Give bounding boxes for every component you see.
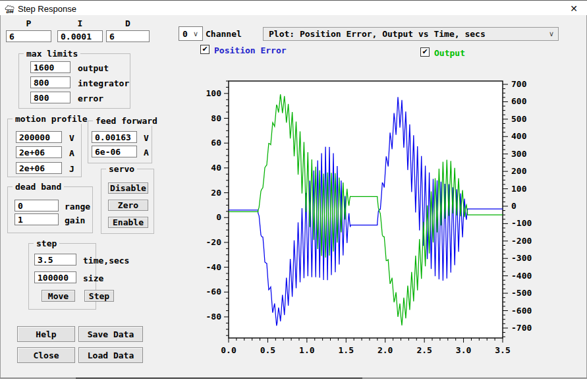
step-size-label: size [83,273,103,283]
step-size-field[interactable] [34,271,76,283]
x-tick-label: 0.0 [221,345,237,355]
position-error-label: Position Error [214,45,287,55]
profile-v-field[interactable] [16,131,62,143]
right-tick-label: 700 [511,79,527,89]
channel-value: 0 [182,29,188,39]
enable-button[interactable]: Enable [108,217,148,228]
gain-label: gain [65,215,85,225]
right-tick-label: 500 [511,114,527,124]
right-tick-label: -700 [511,323,532,333]
checkmark-icon: ✔ [422,48,428,56]
feed-forward-title: feed forward [93,116,160,126]
move-button[interactable]: Move [42,290,75,302]
right-tick-label: -400 [511,271,532,281]
step-time-field[interactable] [34,254,76,266]
ff-a-label: A [144,148,149,157]
left-tick-label: 60 [211,138,221,148]
x-tick-label: 2.5 [416,345,432,355]
zero-button[interactable]: Zero [108,200,148,211]
servo-title: servo [106,164,137,174]
channel-label: Channel [206,29,242,39]
left-tick-label: 20 [211,188,221,198]
output-checkbox[interactable]: ✔ [420,47,430,57]
right-tick-label: 200 [511,166,527,176]
step-response-window: DM Step Response ✕ P I D 0 ∨ Channel Plo… [0,0,587,392]
right-tick-label: -600 [511,306,532,316]
titlebar: DM Step Response ✕ [0,0,587,15]
left-tick-label: -80 [206,312,222,322]
window-title: Step Response [18,4,76,14]
profile-a-label: A [69,148,74,158]
p-field[interactable] [6,30,51,42]
motion-profile-title: motion profile [13,114,90,124]
left-tick-label: 100 [206,88,222,98]
channel-select[interactable]: 0 ∨ [179,26,203,41]
plot-select[interactable]: Plot: Position Error, Output vs Time, se… [263,27,559,41]
left-tick-label: -20 [206,237,222,247]
profile-v-label: V [69,133,74,143]
i-field[interactable] [57,30,103,42]
step-response-chart: 0.00.51.01.52.02.53.03.5-80-60-40-200204… [198,72,587,382]
right-tick-label: 100 [511,184,527,194]
max-error-field[interactable] [30,92,70,103]
right-tick-label: -200 [511,236,532,246]
ff-a-field[interactable] [92,146,137,157]
right-tick-label: -300 [511,253,532,263]
gain-field[interactable] [14,213,59,225]
range-label: range [65,202,90,211]
x-tick-label: 1.5 [339,345,354,355]
x-tick-label: 1.0 [299,345,315,355]
max-limits-title: max limits [24,49,80,59]
d-label: D [106,18,150,28]
help-button[interactable]: Help [17,326,75,342]
max-integrator-label: integrator [78,78,129,88]
app-icon: DM [4,3,15,14]
left-tick-label: 0 [216,212,221,222]
close-button[interactable]: Close [17,347,75,363]
checkmark-icon: ✔ [202,45,208,53]
right-tick-label: -100 [511,218,532,228]
left-tick-label: -60 [206,287,222,296]
ff-v-label: V [144,133,149,143]
right-tick-label: 600 [511,96,527,106]
max-error-label: error [78,94,103,103]
max-output-label: output [78,63,109,73]
i-label: I [57,18,103,28]
range-field[interactable] [14,200,59,211]
disable-button[interactable]: Disable [108,182,148,194]
ff-v-field[interactable] [92,131,137,143]
x-tick-label: 3.0 [456,345,472,355]
x-tick-label: 2.0 [377,345,393,355]
x-tick-label: 3.5 [495,345,510,355]
left-tick-label: 40 [211,163,221,173]
max-integrator-field[interactable] [30,76,70,88]
load-data-button[interactable]: Load Data [78,347,143,363]
right-tick-label: 0 [511,201,517,211]
position-error-checkbox[interactable]: ✔ [200,45,210,54]
step-button[interactable]: Step [84,290,114,302]
x-tick-label: 0.5 [260,345,275,355]
output-label: Output [434,48,465,58]
profile-j-label: J [69,164,74,174]
left-tick-label: 80 [211,113,221,123]
profile-a-field[interactable] [16,146,62,158]
p-label: P [6,18,51,28]
svg-text:DM: DM [6,9,14,14]
max-output-field[interactable] [30,61,70,73]
right-tick-label: 300 [511,149,527,159]
save-data-button[interactable]: Save Data [78,326,143,342]
left-tick-label: -40 [206,262,222,272]
step-title: step [34,238,59,248]
step-time-label: time,secs [83,256,129,266]
dead-band-title: dead band [13,182,64,192]
window-bottom-edge [0,378,587,379]
right-tick-label: 400 [511,131,527,141]
right-tick-label: -500 [511,288,532,298]
chevron-down-icon: ∨ [549,30,554,38]
profile-j-field[interactable] [16,162,62,174]
chevron-down-icon: ∨ [193,30,198,38]
d-field[interactable] [106,30,150,42]
chart-svg: 0.00.51.01.52.02.53.03.5-80-60-40-200204… [198,72,587,382]
close-icon[interactable]: ✕ [566,3,582,14]
plot-select-value: Plot: Position Error, Output vs Time, se… [269,29,486,39]
